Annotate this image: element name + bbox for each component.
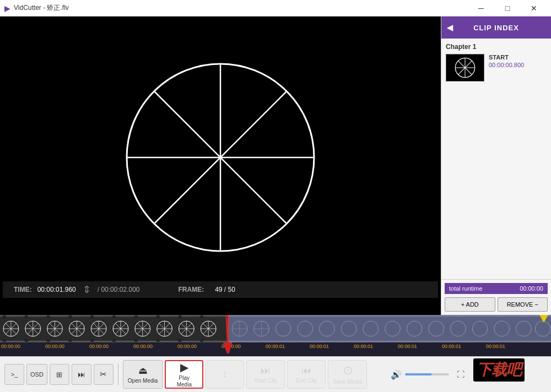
open-media-button[interactable]: ⏏ Open Media <box>123 360 163 389</box>
svg-rect-21 <box>134 315 138 318</box>
svg-rect-26 <box>25 339 28 342</box>
svg-rect-25 <box>3 339 6 342</box>
unplayed-frames-svg <box>229 315 551 342</box>
svg-rect-18 <box>68 315 72 318</box>
video-panel: TIME: 00:00:01.960 ⇕ / 00:00:02.000 FRAM… <box>0 17 441 315</box>
osd-button[interactable]: OSD <box>26 364 47 385</box>
divider <box>118 363 118 385</box>
time-value: 00:00:01.960 <box>37 286 76 293</box>
volume-area: 🔊 ⛶ <box>391 366 469 383</box>
watermark: 下载吧 <box>473 358 525 382</box>
timeline-played-region <box>0 315 229 342</box>
eject-icon: ⏏ <box>138 364 148 377</box>
end-marker <box>539 315 548 323</box>
volume-icon: 🔊 <box>391 369 402 380</box>
start-clip-label: Start Clip <box>255 378 277 384</box>
svg-rect-31 <box>134 339 138 342</box>
svg-rect-34 <box>200 339 203 342</box>
import-icon: ↕ <box>223 368 228 380</box>
timeline-timecodes: 00:00:00 00:00:00 00:00:00 00:00:00 00:0… <box>0 342 551 356</box>
clip-thumbnail <box>446 54 484 81</box>
log-button[interactable]: ⊞ <box>50 364 69 385</box>
play-media-button[interactable]: ▶ PlayMedia <box>165 360 203 389</box>
main-container: TIME: 00:00:01.960 ⇕ / 00:00:02.000 FRAM… <box>0 17 551 392</box>
titlebar-controls: ─ □ ✕ <box>468 0 547 17</box>
terminal-button[interactable]: >_ <box>4 364 24 385</box>
timecode-7: 00:00:01 <box>310 344 329 349</box>
timecode-4: 00:00:00 <box>177 344 197 349</box>
svg-rect-28 <box>68 339 72 342</box>
timeline-area[interactable]: 00:00:00 00:00:00 00:00:00 00:00:00 00:0… <box>0 315 551 356</box>
add-clip-button[interactable]: + ADD <box>445 297 495 312</box>
clip-panel: ◀ CLIP INDEX Chapter 1 <box>441 17 551 315</box>
svg-rect-27 <box>47 339 50 342</box>
runtime-value: 00:00:00 <box>520 285 543 292</box>
svg-rect-33 <box>178 339 181 342</box>
svg-rect-86 <box>229 315 551 317</box>
close-button[interactable]: ✕ <box>521 0 547 17</box>
clip-start-label: START <box>489 54 524 61</box>
timecode-0: 00:00:00 <box>1 344 20 349</box>
timecode-10: 00:00:01 <box>442 344 461 349</box>
clip-content: Chapter 1 START <box>441 39 551 279</box>
timecode-3: 00:00:00 <box>133 344 153 349</box>
runtime-label: total runtime <box>449 285 483 292</box>
svg-rect-32 <box>156 339 160 342</box>
scissors-button[interactable]: ✂ <box>94 364 114 385</box>
svg-rect-29 <box>90 339 94 342</box>
save-media-button: ⊙ Save Media <box>328 360 367 389</box>
timecode-9: 00:00:01 <box>398 344 417 349</box>
svg-rect-85 <box>229 315 551 342</box>
svg-rect-17 <box>47 315 50 318</box>
frame-value: 49 / 50 <box>215 286 235 293</box>
svg-rect-22 <box>156 315 160 318</box>
clip-start-time: 00:00:00.800 <box>489 62 524 68</box>
maximize-button[interactable]: □ <box>495 0 520 17</box>
remove-clip-button[interactable]: REMOVE − <box>498 297 548 312</box>
svg-rect-23 <box>178 315 181 318</box>
svg-rect-30 <box>112 339 116 342</box>
minimize-button[interactable]: ─ <box>468 0 494 17</box>
time-total: / 00:00:02.000 <box>98 286 140 293</box>
time-bar: TIME: 00:00:01.960 ⇕ / 00:00:02.000 FRAM… <box>3 281 438 298</box>
end-clip-label: End Clip <box>296 378 317 384</box>
play-icon: ▶ <box>180 361 188 374</box>
next-frame-button[interactable]: ⏭ <box>72 364 91 385</box>
svg-rect-20 <box>112 315 116 318</box>
timecode-8: 00:00:01 <box>354 344 373 349</box>
svg-rect-24 <box>200 315 203 318</box>
open-media-label: Open Media <box>128 378 158 384</box>
titlebar-left: ▶ VidCutter - 矫正.flv <box>4 3 69 13</box>
video-canvas <box>3 34 438 281</box>
end-clip-icon: ⏮ <box>301 365 311 377</box>
timecode-1: 00:00:00 <box>45 344 64 349</box>
start-clip-icon: ⏭ <box>261 365 271 377</box>
svg-rect-16 <box>25 315 28 318</box>
timecode-2: 00:00:00 <box>89 344 109 349</box>
import-button: ↕ <box>206 360 244 389</box>
played-frames-svg <box>0 315 228 342</box>
save-media-label: Save Media <box>333 379 362 385</box>
start-clip-button: ⏭ Start Clip <box>246 360 285 389</box>
video-frame-svg <box>116 53 325 262</box>
content-area: TIME: 00:00:01.960 ⇕ / 00:00:02.000 FRAM… <box>0 17 551 315</box>
timeline-unplayed-region <box>229 315 551 342</box>
timecode-6: 00:00:01 <box>266 344 285 349</box>
fullscreen-button[interactable]: ⛶ <box>452 366 469 383</box>
runtime-row: total runtime 00:00:00 <box>445 283 548 294</box>
window-title: VidCutter - 矫正.flv <box>14 3 69 13</box>
svg-rect-15 <box>3 315 6 318</box>
control-bar: >_ OSD ⊞ ⏭ ✂ ⏏ Open Media ▶ PlayMedia ↕ … <box>0 356 551 392</box>
save-icon: ⊙ <box>343 363 353 378</box>
clip-buttons: + ADD REMOVE − <box>445 297 548 312</box>
svg-rect-19 <box>90 315 94 318</box>
clip-index-title: CLIP INDEX <box>473 24 519 32</box>
volume-slider[interactable] <box>405 373 449 375</box>
timecode-11: 00:00:01 <box>486 344 505 349</box>
playhead-arrow <box>224 342 232 348</box>
timeline-frames <box>0 315 551 342</box>
titlebar: ▶ VidCutter - 矫正.flv ─ □ ✕ <box>0 0 551 17</box>
playhead-cursor <box>228 315 229 342</box>
clip-panel-collapse-icon[interactable]: ◀ <box>447 23 453 32</box>
play-media-label: PlayMedia <box>177 375 192 388</box>
